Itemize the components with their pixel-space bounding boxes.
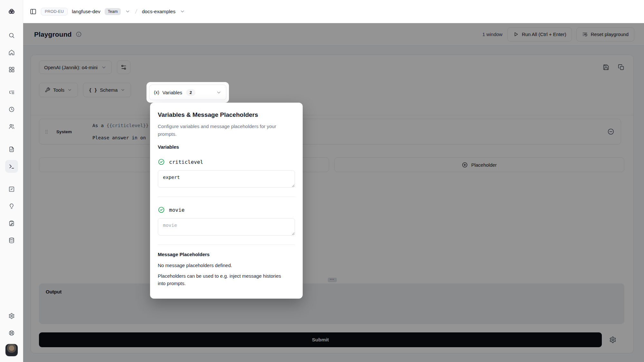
environment-badge: PROD-EU [41,8,68,15]
sidebar-item-dashboards[interactable] [5,63,18,76]
sidebar-item-tracing[interactable] [5,86,18,99]
chevron-down-icon [216,90,222,95]
placeholders-help-text: Placeholders can be used to e.g. inject … [158,272,284,287]
variables-dropdown-button[interactable]: (x) Variables 2 [149,85,226,100]
list-tree-icon [8,89,15,96]
variable-item: criticlevel [158,158,295,166]
placeholders-empty-text: No message placeholders defined. [158,262,295,269]
variables-count-badge: 2 [186,89,195,96]
langfuse-logo [0,0,23,23]
variable-item: movie [158,206,295,214]
sidebar-item-home[interactable] [5,46,18,59]
sidebar-rail [0,0,23,362]
clipboard-pen-icon [8,220,15,227]
sidebar-item-support[interactable] [5,327,18,339]
check-circle-icon [158,158,165,165]
popover-subtitle: Configure variables and message placehol… [158,123,278,138]
org-type-badge: Team [105,8,121,15]
lifebuoy-icon [8,330,15,336]
panel-left-icon [30,8,37,15]
project-name[interactable]: docs-examples [142,9,175,14]
lightbulb-icon [8,203,15,209]
popover-title: Variables & Message Placeholders [158,111,295,119]
terminal-icon [8,163,15,170]
file-code-icon [8,146,15,153]
clock-icon [8,106,15,113]
sidebar-item-annotation[interactable] [5,217,18,230]
modal-overlay[interactable] [23,23,644,362]
divider [158,197,295,197]
org-switcher-chevron-icon[interactable] [125,9,130,14]
search-icon [8,32,15,39]
home-icon [8,49,15,56]
variables-popover: Variables & Message Placeholders Configu… [150,103,303,299]
variable-icon: (x) [154,90,159,95]
sidebar-toggle-button[interactable] [30,8,37,15]
variable-value-input[interactable]: expert [158,170,295,188]
placeholders-section-heading: Message Placeholders [158,251,295,258]
variable-name: criticlevel [169,159,203,165]
org-name[interactable]: langfuse-dev [72,9,100,14]
variable-value-input[interactable] [158,218,295,236]
sidebar-item-datasets[interactable] [5,234,18,247]
check-circle-icon [158,206,165,213]
dashboard-icon [8,66,15,73]
sidebar-item-playground[interactable] [5,160,18,173]
breadcrumb-separator: / [135,8,137,15]
variables-button-highlight: (x) Variables 2 [147,82,229,103]
users-icon [8,123,15,130]
project-switcher-chevron-icon[interactable] [180,9,185,14]
sidebar-item-users[interactable] [5,120,18,133]
divider [158,245,295,245]
sidebar-item-insights[interactable] [5,200,18,213]
square-percent-icon [8,186,15,192]
sidebar-item-search[interactable] [5,29,18,42]
sidebar-item-sessions[interactable] [5,103,18,116]
sidebar-item-settings[interactable] [5,310,18,322]
sidebar-item-evaluation[interactable] [5,183,18,196]
gear-icon [8,313,15,319]
user-avatar[interactable] [5,344,18,357]
top-navigation-bar: PROD-EU langfuse-dev Team / docs-example… [23,0,644,23]
database-icon [8,237,15,244]
variables-section-heading: Variables [158,144,295,150]
sidebar-item-prompts[interactable] [5,143,18,156]
variable-name: movie [169,207,185,213]
